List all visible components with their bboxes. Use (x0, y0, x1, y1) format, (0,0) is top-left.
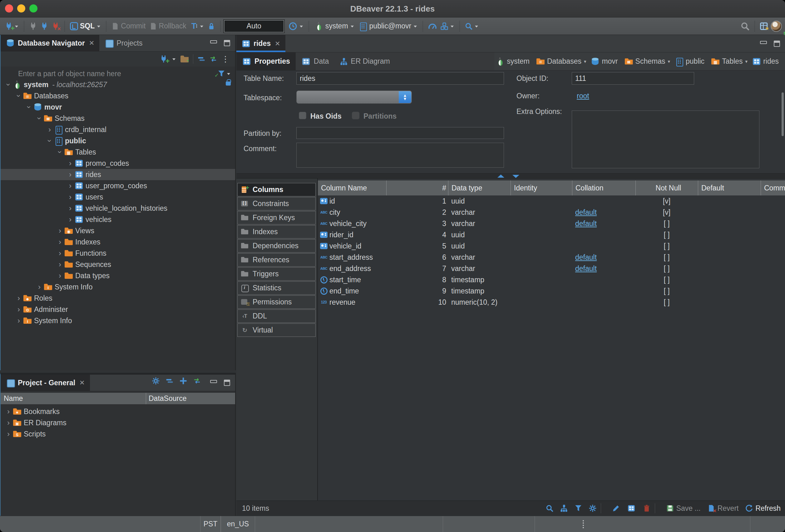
maximize-panel-icon[interactable] (224, 380, 230, 386)
commit-mode-combo[interactable]: Auto (224, 20, 284, 32)
expand-arrow-icon[interactable] (15, 317, 23, 324)
tree-item[interactable]: Indexes (1, 236, 235, 248)
column-not-null[interactable]: [ ] (635, 287, 698, 295)
tablespace-select[interactable]: ▲▼ (296, 91, 412, 104)
edit-column-button[interactable] (612, 505, 620, 512)
expand-arrow-icon[interactable] (66, 171, 74, 178)
object-filter-input[interactable] (1, 69, 218, 78)
tree-item[interactable]: Schemas (1, 113, 235, 124)
minimize-panel-icon[interactable] (210, 40, 217, 43)
subpage-tab[interactable]: Dependencies (237, 239, 316, 253)
breadcrumb-caret[interactable]: ▾ (667, 59, 670, 64)
tree-item[interactable]: user_promo_codes (1, 180, 235, 192)
tree-item[interactable]: users (1, 192, 235, 203)
header-data-type[interactable]: Data type (448, 180, 510, 196)
collapse-all-icon[interactable] (166, 377, 173, 385)
breadcrumb-item[interactable]: Tables ▾ (709, 57, 749, 66)
new-connection-icon[interactable] (160, 55, 167, 63)
expand-arrow-icon[interactable] (35, 115, 43, 122)
user-avatar[interactable] (770, 21, 782, 32)
expand-arrow-icon[interactable] (56, 261, 64, 268)
zoom-window-button[interactable] (29, 4, 37, 12)
header-not-null[interactable]: Not Null (635, 180, 698, 196)
subpage-tab[interactable]: Columns (237, 183, 316, 196)
connection-dropdown[interactable] (350, 24, 354, 28)
column-row[interactable]: end_address 7 varchar default [ ] (318, 263, 785, 274)
minimize-editor-icon[interactable] (760, 41, 767, 44)
invalidate-connection-button[interactable] (27, 21, 39, 31)
expand-arrow-icon[interactable] (4, 408, 12, 415)
subpage-tab[interactable]: Constraints (237, 197, 316, 210)
column-row[interactable]: vehicle_id 5 uuid [ ] (318, 240, 785, 252)
close-tab-icon[interactable]: ✕ (89, 39, 95, 47)
collation-link[interactable]: default (575, 220, 597, 228)
subpage-tab[interactable]: Permissions (237, 295, 316, 309)
collation-link[interactable]: default (575, 264, 597, 273)
tree-item[interactable]: system - localhost:26257 (1, 79, 235, 90)
tree-item[interactable]: Databases (1, 90, 235, 101)
column-row[interactable]: revenue 10 numeric(10, 2) [ ] (318, 297, 785, 308)
object-id-input[interactable] (572, 72, 694, 84)
sql-editor-button[interactable]: SQL (68, 21, 103, 31)
active-connection-selector[interactable]: system (312, 21, 356, 31)
subpage-tab[interactable]: Foreign Keys (237, 211, 316, 225)
partitions-checkbox[interactable] (352, 112, 359, 119)
tree-item[interactable]: movr (1, 101, 235, 113)
table-name-input[interactable] (296, 72, 504, 84)
expand-all-icon[interactable] (180, 377, 187, 385)
expand-arrow-icon[interactable] (66, 204, 74, 212)
compare-dropdown[interactable] (450, 24, 454, 28)
tab-rides-editor[interactable]: rides ✕ (236, 35, 285, 52)
breadcrumb-item[interactable]: public (673, 57, 708, 66)
disconnect-button[interactable] (50, 21, 61, 31)
grid-settings-button[interactable] (589, 505, 597, 512)
tab-database-navigator[interactable]: Database Navigator ✕ (1, 35, 99, 51)
subpage-tab[interactable]: DDL (237, 309, 316, 323)
column-row[interactable]: city 2 varchar default [v] (318, 207, 785, 218)
column-not-null[interactable]: [ ] (635, 253, 698, 262)
commit-button[interactable]: Commit (109, 21, 147, 31)
collation-link[interactable]: default (575, 208, 597, 217)
tree-item[interactable]: rides (1, 169, 235, 180)
tree-item[interactable]: Sequences (1, 259, 235, 270)
expand-arrow-icon[interactable] (56, 238, 64, 246)
revert-button[interactable]: Revert (708, 504, 739, 513)
expand-arrow-icon[interactable] (56, 250, 64, 257)
save-button[interactable]: Save ... (666, 504, 701, 513)
tree-item[interactable]: crdb_internal (1, 124, 235, 135)
active-database-selector[interactable]: public@movr (356, 21, 420, 31)
extra-options-box[interactable] (572, 110, 759, 168)
expand-arrow-icon[interactable] (4, 430, 12, 438)
statusbar-drag-handle[interactable] (583, 520, 584, 528)
full-text-search-button[interactable] (463, 21, 481, 31)
column-row[interactable]: rider_id 4 uuid [ ] (318, 229, 785, 240)
expand-arrow-icon[interactable] (46, 137, 54, 145)
column-row[interactable]: vehicle_city 3 varchar default [ ] (318, 218, 785, 229)
header-default[interactable]: Default (698, 180, 761, 196)
tree-item[interactable]: Roles (1, 293, 235, 304)
tree-item[interactable]: Views (1, 225, 235, 236)
column-not-null[interactable]: [ ] (635, 220, 698, 228)
header-identity[interactable]: Identity (510, 180, 572, 196)
column-not-null[interactable]: [ ] (635, 242, 698, 250)
expand-arrow-icon[interactable] (15, 295, 23, 302)
new-connection-dropdown[interactable] (15, 24, 19, 28)
tree-item[interactable]: Administer (1, 304, 235, 315)
subpage-tab[interactable]: References (237, 253, 316, 267)
reconnect-button[interactable] (39, 21, 50, 31)
sql-dropdown[interactable] (97, 24, 101, 28)
search-dropdown[interactable] (474, 24, 479, 28)
tree-item[interactable]: vehicles (1, 214, 235, 225)
link-with-editor-icon[interactable] (209, 55, 217, 63)
expand-arrow-icon[interactable] (66, 193, 74, 201)
breadcrumb-item[interactable]: movr (589, 57, 621, 66)
tree-item[interactable]: vehicle_location_histories (1, 203, 235, 214)
grid-search-button[interactable] (546, 505, 553, 512)
tree-item[interactable]: System Info (1, 315, 235, 326)
tab-projects[interactable]: Projects (99, 35, 147, 51)
column-row[interactable]: end_time 9 timestamp [ ] (318, 285, 785, 297)
column-header-datasource[interactable]: DataSource (146, 393, 235, 404)
section-sash[interactable] (236, 173, 785, 179)
subpage-tab[interactable]: Triggers (237, 267, 316, 281)
close-window-button[interactable] (5, 4, 13, 12)
